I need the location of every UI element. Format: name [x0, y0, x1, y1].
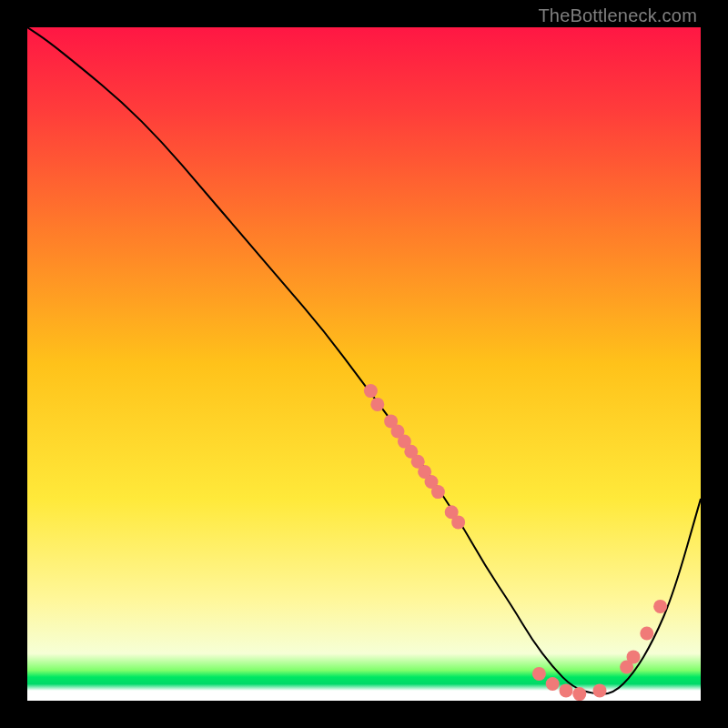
chart-svg — [27, 27, 701, 701]
scatter-dot — [627, 650, 641, 663]
scatter-dot — [451, 515, 465, 529]
scatter-dot — [431, 485, 445, 499]
gradient-rect — [27, 27, 701, 701]
scatter-dot — [653, 600, 667, 613]
scatter-dot — [546, 677, 560, 691]
scatter-dot — [532, 667, 546, 681]
scatter-dot — [593, 683, 607, 697]
scatter-dot — [560, 683, 573, 697]
watermark-label: TheBottleneck.com — [538, 5, 697, 26]
chart-frame: TheBottleneck.com — [0, 0, 728, 728]
scatter-dot — [640, 627, 653, 641]
scatter-dot — [370, 398, 384, 411]
scatter-dot — [364, 384, 378, 398]
plot-area — [27, 27, 701, 701]
scatter-dot — [572, 687, 586, 701]
